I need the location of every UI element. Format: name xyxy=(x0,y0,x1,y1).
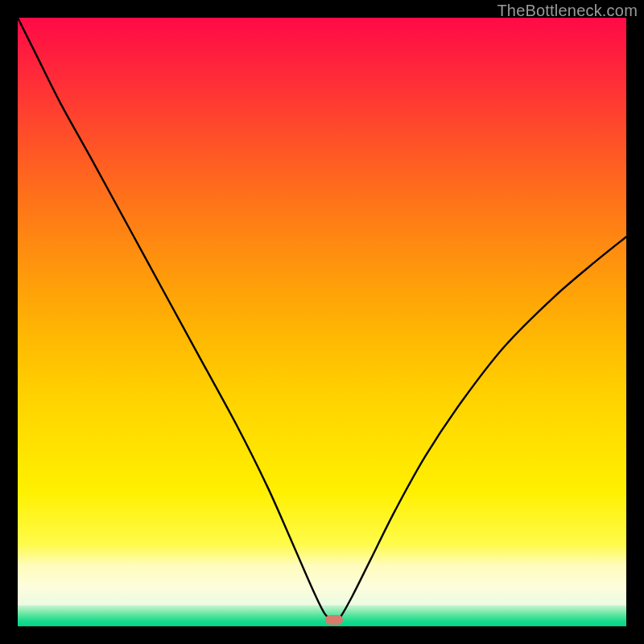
chart-frame: TheBottleneck.com xyxy=(0,0,644,644)
bottleneck-curve xyxy=(18,18,626,621)
curve-layer xyxy=(18,18,626,626)
plot-area xyxy=(18,18,626,626)
minimum-marker xyxy=(325,615,343,625)
